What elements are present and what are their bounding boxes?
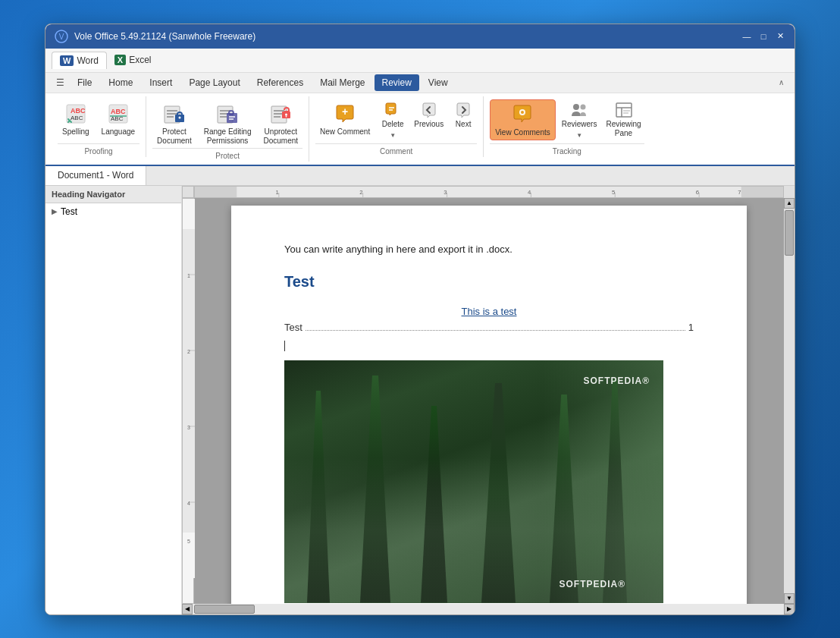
tab-excel[interactable]: X Excel <box>107 52 159 68</box>
doc-scroll-area: 1 2 3 4 5 6 7 <box>182 186 795 614</box>
scrollbar-track[interactable] <box>784 209 795 593</box>
maximize-button[interactable]: □ <box>758 31 769 42</box>
reviewers-label: Reviewers <box>562 120 597 129</box>
previous-button[interactable]: Previous <box>411 99 447 130</box>
ruler-horizontal: 1 2 3 4 5 6 7 <box>194 186 784 198</box>
svg-text:1: 1 <box>187 273 190 278</box>
reviewers-arrow: ▼ <box>576 132 582 139</box>
view-comments-button[interactable]: View Comments <box>490 99 556 140</box>
svg-text:3: 3 <box>444 189 447 196</box>
image-watermark-1: SOFTPEDIA® <box>583 376 650 386</box>
ruler-area: 1 2 3 4 5 6 7 <box>182 186 795 198</box>
next-icon <box>454 101 472 119</box>
scrollbar-down-button[interactable]: ▼ <box>784 593 795 604</box>
delete-label: Delete <box>382 120 404 129</box>
image-watermark-2: SOFTPEDIA® <box>559 579 625 589</box>
menu-mail-merge[interactable]: Mail Merge <box>312 74 372 91</box>
svg-text:1: 1 <box>275 189 278 196</box>
reviewers-button-group: Reviewers ▼ <box>559 99 600 139</box>
scrollbar-vertical[interactable]: ▲ ▼ <box>784 198 795 604</box>
svg-text:ABC: ABC <box>71 115 83 121</box>
doc-image: SOFTPEDIA® SOFTPEDIA® <box>284 360 663 603</box>
ribbon-collapse-button[interactable]: ∧ <box>774 77 788 88</box>
title-bar: V Vole Office 5.49.21124 (Sanwhole Freew… <box>45 24 795 49</box>
menu-home[interactable]: Home <box>101 74 140 91</box>
sidebar-item-test[interactable]: ▶ Test <box>45 203 181 220</box>
doc-tab-document1[interactable]: Document1 - Word <box>45 166 146 185</box>
svg-point-36 <box>573 104 579 110</box>
main-area: Heading Navigator ▶ Test <box>45 186 795 614</box>
protect-doc-label: ProtectDocument <box>157 127 192 146</box>
reviewers-button[interactable]: Reviewers <box>559 99 600 130</box>
tab-word[interactable]: W Word <box>52 52 107 69</box>
svg-text:5: 5 <box>187 539 190 544</box>
tracking-buttons: View Comments <box>490 96 644 143</box>
excel-icon: X <box>114 55 126 65</box>
delete-icon <box>384 101 402 119</box>
svg-point-37 <box>581 104 586 109</box>
spelling-button[interactable]: ABC ABC Spelling <box>58 99 94 139</box>
menu-file[interactable]: File <box>70 74 99 91</box>
scrollbar-up-button[interactable]: ▲ <box>784 198 795 209</box>
menu-insert[interactable]: Insert <box>142 74 180 91</box>
svg-text:+: + <box>342 105 348 118</box>
svg-rect-45 <box>195 187 237 198</box>
unprotect-document-button[interactable]: UnprotectDocument <box>259 99 303 148</box>
range-editing-button[interactable]: Range EditingPermissions <box>199 99 256 148</box>
unprotect-doc-label: UnprotectDocument <box>264 127 299 146</box>
menu-references[interactable]: References <box>249 74 311 91</box>
delete-button[interactable]: Delete <box>378 99 408 130</box>
spelling-icon: ABC ABC <box>64 102 88 126</box>
tracking-group-label: Tracking <box>490 143 644 157</box>
ruler-right-corner <box>784 186 795 198</box>
menu-view[interactable]: View <box>421 74 456 91</box>
scrollbar-thumb[interactable] <box>785 210 794 256</box>
reviewing-pane-icon <box>615 101 633 119</box>
minimize-button[interactable]: — <box>741 31 752 42</box>
menu-bar: ☰ File Home Insert Page Layout Reference… <box>45 73 795 93</box>
svg-text:4: 4 <box>528 189 531 196</box>
tab-word-label: Word <box>77 55 98 66</box>
doc-toc-entry: Test 1 <box>284 322 694 333</box>
word-icon: W <box>60 55 74 66</box>
svg-point-29 <box>285 113 287 115</box>
svg-text:ABC: ABC <box>71 107 86 115</box>
ruler-corner <box>182 186 194 198</box>
new-comment-icon: + <box>333 102 357 126</box>
doc-page-container[interactable]: You can write anything in here and expor… <box>194 198 784 604</box>
menu-page-layout[interactable]: Page Layout <box>181 74 247 91</box>
svg-text:V: V <box>59 33 64 41</box>
ribbon-content: ABC ABC Spelling ABC ABC <box>45 93 795 166</box>
protect-document-button[interactable]: ProtectDocument <box>152 99 196 148</box>
scrollbar-left-button[interactable]: ◀ <box>182 604 193 614</box>
doc-toc-title: This is a test <box>284 306 694 317</box>
tab-excel-label: Excel <box>129 55 151 65</box>
scrollbar-right-button[interactable]: ▶ <box>784 604 795 614</box>
reviewing-pane-button[interactable]: ReviewingPane <box>603 99 644 140</box>
doc-heading: Test <box>284 273 694 291</box>
scrollbar-horizontal[interactable]: ◀ ▶ <box>182 604 795 614</box>
new-comment-label: New Comment <box>320 127 370 137</box>
app-logo: V <box>55 30 68 43</box>
new-comment-button[interactable]: + New Comment <box>315 99 375 139</box>
svg-text:ABC: ABC <box>111 108 126 115</box>
sidebar-item-arrow: ▶ <box>52 207 58 215</box>
ribbon-group-proofing: ABC ABC Spelling ABC ABC <box>52 96 146 157</box>
scrollbar-h-thumb[interactable] <box>194 605 255 614</box>
svg-text:4: 4 <box>187 501 190 506</box>
range-editing-icon <box>215 102 240 126</box>
close-button[interactable]: ✕ <box>775 31 785 42</box>
quick-access-button[interactable]: ☰ <box>52 74 68 91</box>
view-comments-icon <box>510 102 534 127</box>
menu-review[interactable]: Review <box>375 74 419 91</box>
app-window: V Vole Office 5.49.21124 (Sanwhole Freew… <box>45 24 795 615</box>
svg-text:5: 5 <box>612 189 615 196</box>
comment-buttons: + New Comment <box>315 96 477 143</box>
language-button[interactable]: ABC ABC Language <box>97 99 140 139</box>
spelling-label: Spelling <box>62 127 89 137</box>
protect-buttons: ProtectDocument <box>152 96 302 148</box>
window-controls: — □ ✕ <box>741 31 785 42</box>
protect-group-label: Protect <box>152 148 302 162</box>
next-button[interactable]: Next <box>450 99 477 130</box>
scrollbar-h-track[interactable] <box>193 604 784 614</box>
